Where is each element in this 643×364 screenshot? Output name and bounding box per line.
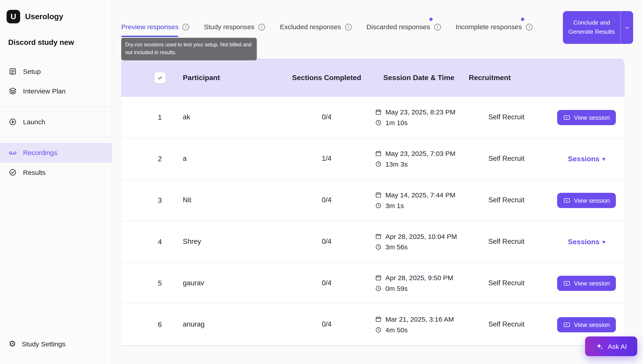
ask-ai-button[interactable]: Ask AI (585, 336, 637, 356)
clock-icon (375, 119, 382, 126)
table-row: 3 Nit 0/4 May 14, 2025, 7:44 PM 3m 1s Se… (121, 180, 625, 221)
conclude-generate-results-button[interactable]: Conclude and Generate Results (563, 11, 620, 44)
sidebar-item-interview-plan[interactable]: Interview Plan (0, 81, 112, 101)
info-icon[interactable]: i (183, 24, 189, 30)
sessions-dropdown[interactable]: Sessions ▾ (568, 237, 605, 246)
info-icon[interactable]: i (434, 24, 441, 30)
recruitment-type: Self Recruit (464, 320, 549, 329)
notification-dot (429, 18, 433, 21)
session-duration: 3m 1s (385, 202, 404, 210)
session-datetime: May 14, 2025, 7:44 PM 3m 1s (368, 191, 464, 210)
layers-icon (9, 87, 17, 95)
table-row: 6 anurag 0/4 Mar 21, 2025, 3:16 AM 4m 50… (121, 304, 625, 346)
participant-name: Shrey (183, 238, 286, 246)
sessions-label: Sessions (568, 237, 599, 246)
table-body: 1 ak 0/4 May 23, 2025, 8:23 PM 1m 10s Se… (121, 97, 625, 346)
divider (0, 106, 112, 106)
select-all-checkbox[interactable] (154, 72, 165, 84)
sidebar-item-label: Interview Plan (23, 87, 66, 95)
clock-icon (375, 202, 382, 209)
ask-ai-label: Ask AI (608, 342, 627, 350)
tab-bar: Preview responses i Study responses i Ex… (121, 23, 533, 31)
clock-icon (375, 326, 382, 333)
sidebar-item-label: Recordings (23, 149, 57, 156)
tab-preview-responses[interactable]: Preview responses i (121, 23, 189, 31)
video-play-icon (563, 114, 570, 121)
column-header-participant: Participant (183, 74, 286, 82)
chevron-down-icon: ▾ (602, 239, 605, 244)
sections-completed: 0/4 (286, 196, 368, 204)
session-datetime: May 23, 2025, 7:03 PM 13m 3s (368, 150, 464, 168)
session-duration: 1m 10s (385, 119, 408, 127)
view-session-button[interactable]: View session (557, 317, 616, 332)
sessions-label: Sessions (568, 154, 599, 163)
column-header-session-date-time: Session Date & Time (368, 74, 464, 82)
study-title: Discord study new (0, 38, 112, 47)
conclude-split-button: Conclude and Generate Results (563, 11, 633, 44)
recruitment-type: Self Recruit (464, 279, 549, 287)
info-icon[interactable]: i (526, 24, 532, 30)
app-root: U Userology Discord study new Setup Inte… (0, 0, 643, 364)
sidebar-item-study-settings[interactable]: ⚙ Study Settings (0, 333, 112, 355)
view-session-label: View session (574, 114, 610, 121)
row-index: 3 (121, 196, 183, 204)
recruitment-type: Self Recruit (464, 113, 549, 122)
tab-label: Study responses (204, 23, 254, 31)
column-header-sections-completed: Sections Completed (286, 74, 368, 82)
tooltip-text: not included in results. (125, 49, 253, 57)
tab-label: Incomplete responses (456, 23, 522, 31)
session-date: Apr 28, 2025, 10:04 PM (385, 232, 457, 240)
table-row: 5 gaurav 0/4 Apr 28, 2025, 9:50 PM 0m 59… (121, 262, 625, 304)
participant-name: a (183, 155, 286, 163)
info-icon[interactable]: i (345, 24, 352, 30)
sections-completed: 0/4 (286, 113, 368, 122)
conclude-dropdown-toggle[interactable] (620, 11, 633, 44)
sessions-dropdown[interactable]: Sessions ▾ (568, 154, 605, 163)
info-icon[interactable]: i (259, 24, 265, 30)
table-row: 1 ak 0/4 May 23, 2025, 8:23 PM 1m 10s Se… (121, 97, 625, 138)
session-date: Mar 21, 2025, 3:16 AM (385, 316, 454, 323)
tab-study-responses[interactable]: Study responses i (204, 23, 265, 31)
recruitment-type: Self Recruit (464, 238, 549, 246)
brand-name: Userology (25, 12, 63, 21)
tab-excluded-responses[interactable]: Excluded responses i (280, 23, 352, 31)
tooltip-text: Dry-run sessions used to test your setup… (125, 41, 253, 49)
tab-discarded-responses[interactable]: Discarded responses i (366, 23, 441, 31)
participant-name: Nit (183, 196, 286, 204)
participant-name: gaurav (183, 279, 286, 287)
clock-icon (375, 285, 382, 292)
session-datetime: Apr 28, 2025, 9:50 PM 0m 59s (368, 274, 464, 292)
sidebar-item-label: Study Settings (22, 340, 65, 348)
view-session-button[interactable]: View session (557, 276, 616, 290)
clock-icon (375, 244, 382, 250)
sidebar-item-label: Results (23, 168, 46, 176)
tab-label: Discarded responses (366, 23, 430, 31)
sidebar-item-launch[interactable]: Launch (0, 112, 112, 132)
video-play-icon (563, 280, 570, 286)
session-datetime: May 23, 2025, 8:23 PM 1m 10s (368, 108, 464, 127)
video-play-icon (563, 321, 570, 328)
brand[interactable]: U Userology (0, 0, 112, 24)
sparkle-icon (595, 342, 604, 350)
row-index: 4 (121, 237, 183, 246)
calendar-icon (375, 316, 382, 322)
sidebar-item-recordings[interactable]: Recordings (0, 143, 112, 162)
check-circle-icon (9, 168, 17, 176)
tab-incomplete-responses[interactable]: Incomplete responses i (456, 23, 533, 31)
session-date: May 23, 2025, 8:23 PM (385, 108, 456, 116)
table-row: 4 Shrey 0/4 Apr 28, 2025, 10:04 PM 3m 56… (121, 221, 625, 263)
sidebar-item-results[interactable]: Results (0, 162, 112, 182)
calendar-icon (375, 274, 382, 281)
column-header-recruitment: Recruitment (464, 74, 549, 82)
session-date: May 14, 2025, 7:44 PM (385, 191, 456, 199)
sidebar-nav: Setup Interview Plan Launch Recordings R… (0, 62, 112, 182)
view-session-button[interactable]: View session (557, 110, 616, 125)
view-session-button[interactable]: View session (557, 193, 616, 208)
sections-completed: 0/4 (286, 238, 368, 246)
participant-name: ak (183, 113, 286, 122)
sidebar-item-setup[interactable]: Setup (0, 62, 112, 81)
participant-name: anurag (183, 320, 286, 329)
sidebar: U Userology Discord study new Setup Inte… (0, 0, 112, 364)
sidebar-item-label: Launch (23, 118, 45, 126)
view-session-label: View session (574, 280, 610, 286)
